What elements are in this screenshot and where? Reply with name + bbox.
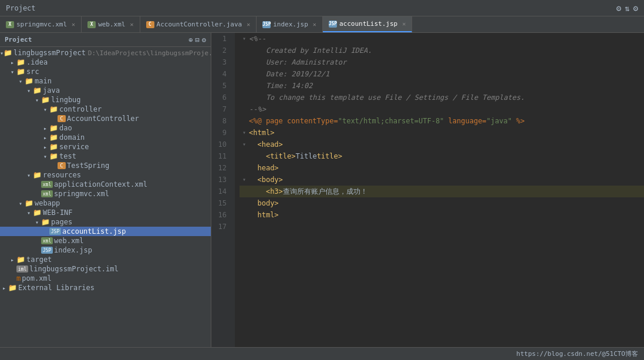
- code-area[interactable]: ▾<%-- Created by IntelliJ IDEA. User: Ad…: [235, 33, 644, 347]
- tree-item-label: service: [59, 143, 89, 151]
- tree-item-webapp[interactable]: ▾ 📁 webapp: [0, 198, 211, 208]
- tree-item-testspring[interactable]: C TestSpring: [0, 161, 211, 170]
- watermark: https://blog.csdn.net/@51CTO博客: [517, 349, 638, 358]
- comment-segment: To change this template use File / Setti…: [249, 92, 525, 103]
- tree-item-root[interactable]: ▾ 📁 lingbugssmProject D:\IdeaProjects\li…: [0, 48, 211, 58]
- code-segment: head: [262, 139, 279, 150]
- expand-icon[interactable]: ⇅: [625, 4, 629, 13]
- tab-webxml[interactable]: X web.xml ✕: [82, 16, 140, 32]
- code-line-14: <h3>查询所有账户信息，成功！: [240, 186, 644, 197]
- line-number-8: 8: [211, 115, 230, 127]
- xml-icon: xml: [41, 190, 53, 197]
- code-segment: 查询所有账户信息，成功！: [283, 186, 367, 197]
- tree-arrow[interactable]: ▾: [41, 153, 49, 160]
- code-segment: [249, 162, 257, 174]
- tree-item-pom-file[interactable]: m pom.xml: [0, 274, 211, 283]
- tab-accountlistjsp[interactable]: JSP accountList.jsp ✕: [323, 16, 412, 32]
- tab-close-icon[interactable]: ✕: [247, 21, 250, 28]
- tree-item-label: AccountController: [67, 115, 139, 123]
- tree-item-indexjsp-file[interactable]: JSP index.jsp: [0, 245, 211, 255]
- tab-close-icon[interactable]: ✕: [402, 21, 406, 27]
- tree-arrow[interactable]: ▾: [16, 78, 25, 85]
- tree-item-extlibs[interactable]: ▸ 📁 External Libraries: [0, 283, 211, 292]
- tree-item-springmvc-file[interactable]: xml springmvc.xml: [0, 189, 211, 198]
- comment-segment: Date: 2019/12/1: [249, 68, 329, 80]
- sidebar: Project ⊕ ⊟ ⚙ ▾ 📁 lingbugssmProject D:\I…: [0, 33, 211, 347]
- tree-item-java[interactable]: ▾ 📁 java: [0, 86, 211, 95]
- tree-arrow[interactable]: ▾: [25, 172, 33, 179]
- tree-arrow[interactable]: ▸: [8, 59, 16, 66]
- tree-arrow[interactable]: ▾: [8, 69, 16, 75]
- settings-icon-sidebar[interactable]: ⚙: [202, 36, 206, 44]
- tab-springmvc[interactable]: X springmvc.xml ✕: [0, 16, 82, 32]
- fold-arrow[interactable]: ▾: [240, 139, 249, 150]
- tree-item-label: accountList.jsp: [62, 227, 126, 235]
- gear-icon[interactable]: ⚙: [633, 4, 638, 13]
- code-segment: >: [291, 150, 295, 162]
- tree-item-pages[interactable]: ▾ 📁 pages: [0, 217, 211, 227]
- fold-arrow[interactable]: ▾: [240, 33, 249, 45]
- folder-icon: 📁: [33, 171, 42, 179]
- folder-icon: 📁: [49, 143, 58, 151]
- tree-arrow[interactable]: ▸: [0, 285, 8, 291]
- tree-item-resources[interactable]: ▾ 📁 resources: [0, 170, 211, 180]
- tab-indexjsp[interactable]: JSP index.jsp ✕: [257, 16, 323, 32]
- tree-item-label: External Libraries: [18, 284, 95, 292]
- tab-close-icon[interactable]: ✕: [72, 21, 75, 28]
- tree-arrow[interactable]: ▾: [33, 219, 41, 226]
- tab-label: springmvc.xml: [16, 21, 67, 28]
- tree-arrow[interactable]: ▸: [41, 134, 49, 141]
- tree-arrow[interactable]: ▾: [41, 106, 49, 113]
- code-segment: <: [249, 127, 253, 139]
- comment-segment: User: Administrator: [249, 56, 346, 68]
- code-segment: >: [274, 211, 278, 219]
- tab-close-icon[interactable]: ✕: [313, 21, 316, 28]
- code-line-7: --%>: [240, 103, 644, 115]
- tree-arrow[interactable]: ▾: [16, 200, 25, 207]
- tab-type-icon: X: [87, 21, 96, 28]
- tree-item-iml-file[interactable]: iml lingbugssmProject.iml: [0, 264, 211, 274]
- code-segment: >: [274, 199, 278, 207]
- tree-item-webinf[interactable]: ▾ 📁 WEB-INF: [0, 208, 211, 217]
- tree-item-lingbug[interactable]: ▾ 📁 lingbug: [0, 95, 211, 105]
- tree-item-accountcontroller[interactable]: C AccountController: [0, 114, 211, 123]
- tree-arrow[interactable]: ▾: [25, 210, 33, 216]
- tree-arrow[interactable]: ▸: [41, 144, 49, 150]
- tree-item-service[interactable]: ▸ 📁 service: [0, 142, 211, 152]
- code-segment: "java": [487, 115, 512, 127]
- tree-arrow[interactable]: ▸: [41, 125, 49, 132]
- tab-accountcontroller[interactable]: C AccountController.java ✕: [140, 16, 257, 32]
- tab-close-icon[interactable]: ✕: [130, 21, 133, 28]
- tree-item-accountlist-file[interactable]: JSP accountList.jsp: [0, 227, 211, 236]
- tree-item-test[interactable]: ▾ 📁 test: [0, 152, 211, 161]
- fold-arrow[interactable]: ▾: [240, 127, 249, 139]
- tree-item-controller[interactable]: ▾ 📁 controller: [0, 105, 211, 114]
- sync-icon[interactable]: ⊕: [188, 36, 193, 44]
- tree-item-main[interactable]: ▾ 📁 main: [0, 76, 211, 86]
- folder-icon: 📁: [16, 255, 25, 264]
- tree-item-appcontext[interactable]: xml applicationContext.xml: [0, 180, 211, 189]
- tree-arrow[interactable]: ▾: [25, 88, 33, 94]
- code-segment: >: [279, 186, 283, 197]
- tree-arrow[interactable]: ▾: [33, 97, 41, 103]
- editor-content[interactable]: 1234567891011121314151617 ▾<%-- Created …: [211, 33, 644, 347]
- settings-icon[interactable]: ⚙: [616, 4, 621, 13]
- fold-arrow[interactable]: ▾: [240, 174, 249, 186]
- code-segment: >: [279, 174, 283, 186]
- code-line-17: [240, 221, 644, 233]
- folder-icon: 📁: [49, 133, 58, 142]
- tree-item-src[interactable]: ▾ 📁 src: [0, 67, 211, 76]
- sidebar-header-icons: ⊕ ⊟ ⚙: [188, 36, 206, 44]
- line-number-11: 11: [211, 150, 230, 162]
- line-number-1: 1: [211, 33, 230, 45]
- collapse-icon[interactable]: ⊟: [195, 36, 200, 44]
- tree-item-webxml-file[interactable]: xml web.xml: [0, 236, 211, 245]
- tree-item-target[interactable]: ▸ 📁 target: [0, 255, 211, 264]
- sidebar-title: Project: [5, 36, 32, 43]
- line-number-13: 13: [211, 174, 230, 186]
- tree-item-label: applicationContext.xml: [54, 180, 147, 189]
- tree-arrow[interactable]: ▸: [8, 257, 16, 263]
- tree-item-idea[interactable]: ▸ 📁 .idea: [0, 58, 211, 67]
- tree-item-domain[interactable]: ▸ 📁 domain: [0, 133, 211, 142]
- tree-item-dao[interactable]: ▸ 📁 dao: [0, 123, 211, 133]
